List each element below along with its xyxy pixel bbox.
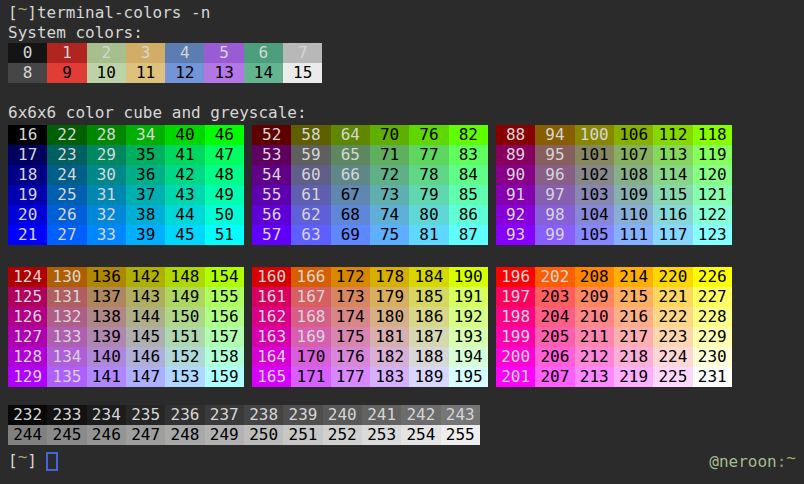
user-host-text: @neroon:~ — [709, 452, 796, 471]
color-cell-30: 30 — [87, 165, 126, 185]
color-cell-79: 79 — [409, 185, 448, 205]
color-cell-203: 203 — [535, 287, 574, 307]
color-cell-193: 193 — [449, 327, 488, 347]
color-cell-226: 226 — [693, 267, 732, 287]
color-cell-67: 67 — [331, 185, 370, 205]
color-cell-98: 98 — [535, 205, 574, 225]
color-cell-197: 197 — [496, 287, 535, 307]
cube-label: 6x6x6 color cube and greyscale: — [8, 103, 796, 123]
color-cell-145: 145 — [126, 327, 165, 347]
color-cell-182: 182 — [370, 347, 409, 367]
color-cell-150: 150 — [165, 307, 204, 327]
color-cell-120: 120 — [693, 165, 732, 185]
color-cell-139: 139 — [87, 327, 126, 347]
color-cell-250: 250 — [244, 425, 283, 445]
color-cell-214: 214 — [614, 267, 653, 287]
greyscale-row-232-243: 232233234235236237238239240241242243 — [8, 405, 796, 425]
color-cell-94: 94 — [535, 125, 574, 145]
color-cell-144: 144 — [126, 307, 165, 327]
color-cell-53: 53 — [252, 145, 291, 165]
color-cell-119: 119 — [693, 145, 732, 165]
color-cell-232: 232 — [8, 405, 47, 425]
color-cell-244: 244 — [8, 425, 47, 445]
color-cell-176: 176 — [331, 347, 370, 367]
system-colors-label: System colors: — [8, 23, 796, 43]
color-cell-148: 148 — [165, 267, 204, 287]
color-cell-40: 40 — [165, 125, 204, 145]
color-cell-248: 248 — [165, 425, 204, 445]
color-cell-236: 236 — [165, 405, 204, 425]
color-cell-36: 36 — [126, 165, 165, 185]
color-cell-54: 54 — [252, 165, 291, 185]
color-cell-118: 118 — [693, 125, 732, 145]
home-tilde-icon: ~ — [786, 448, 796, 467]
color-cell-239: 239 — [283, 405, 322, 425]
color-cell-224: 224 — [653, 347, 692, 367]
color-cell-138: 138 — [87, 307, 126, 327]
terminal-cursor[interactable] — [46, 452, 58, 471]
color-cell-34: 34 — [126, 125, 165, 145]
color-cell-187: 187 — [409, 327, 448, 347]
cube-block-160-195: 1601661721781841901611671731791851911621… — [252, 267, 488, 387]
color-cell-105: 105 — [575, 225, 614, 245]
color-cell-190: 190 — [449, 267, 488, 287]
color-cell-114: 114 — [653, 165, 692, 185]
blank-line — [8, 245, 796, 265]
color-cell-172: 172 — [331, 267, 370, 287]
color-cell-208: 208 — [575, 267, 614, 287]
status-bracket-close: ] — [27, 451, 37, 470]
terminal-screen[interactable]: [~]terminal-colors -n System colors: 012… — [0, 0, 804, 484]
color-cell-212: 212 — [575, 347, 614, 367]
color-cell-58: 58 — [291, 125, 330, 145]
color-cell-106: 106 — [614, 125, 653, 145]
color-cell-125: 125 — [8, 287, 47, 307]
color-cell-216: 216 — [614, 307, 653, 327]
command-text: terminal-colors -n — [37, 3, 210, 22]
color-cell-149: 149 — [165, 287, 204, 307]
color-cell-45: 45 — [165, 225, 204, 245]
color-cell-64: 64 — [331, 125, 370, 145]
color-cell-215: 215 — [614, 287, 653, 307]
status-line: [~] @neroon:~ — [8, 451, 796, 471]
color-cell-110: 110 — [614, 205, 653, 225]
color-cell-44: 44 — [165, 205, 204, 225]
color-cell-85: 85 — [449, 185, 488, 205]
prompt-bracket-open: [ — [8, 3, 18, 22]
color-cell-210: 210 — [575, 307, 614, 327]
color-cell-101: 101 — [575, 145, 614, 165]
command-line: [~]terminal-colors -n — [8, 3, 796, 23]
color-cell-223: 223 — [653, 327, 692, 347]
color-cell-51: 51 — [205, 225, 244, 245]
color-cell-75: 75 — [370, 225, 409, 245]
color-cell-213: 213 — [575, 367, 614, 387]
color-cell-136: 136 — [87, 267, 126, 287]
color-cell-92: 92 — [496, 205, 535, 225]
color-cell-163: 163 — [252, 327, 291, 347]
color-cell-160: 160 — [252, 267, 291, 287]
color-cell-39: 39 — [126, 225, 165, 245]
color-cell-117: 117 — [653, 225, 692, 245]
color-cell-11: 11 — [126, 63, 165, 83]
color-cell-3: 3 — [126, 43, 165, 63]
cube-row-bottom: 1241301361421481541251311371431491551261… — [8, 267, 796, 387]
color-cell-55: 55 — [252, 185, 291, 205]
color-cell-86: 86 — [449, 205, 488, 225]
color-cell-32: 32 — [87, 205, 126, 225]
color-cell-189: 189 — [409, 367, 448, 387]
color-cell-158: 158 — [205, 347, 244, 367]
color-cell-159: 159 — [205, 367, 244, 387]
color-cell-9: 9 — [47, 63, 86, 83]
color-cell-253: 253 — [362, 425, 401, 445]
prompt-bracket-close: ] — [27, 3, 37, 22]
color-cell-130: 130 — [47, 267, 86, 287]
color-cell-254: 254 — [401, 425, 440, 445]
color-cell-73: 73 — [370, 185, 409, 205]
color-cell-242: 242 — [401, 405, 440, 425]
color-cell-38: 38 — [126, 205, 165, 225]
color-cell-49: 49 — [205, 185, 244, 205]
color-cell-238: 238 — [244, 405, 283, 425]
color-cell-111: 111 — [614, 225, 653, 245]
color-cell-166: 166 — [291, 267, 330, 287]
color-cell-127: 127 — [8, 327, 47, 347]
color-cell-90: 90 — [496, 165, 535, 185]
